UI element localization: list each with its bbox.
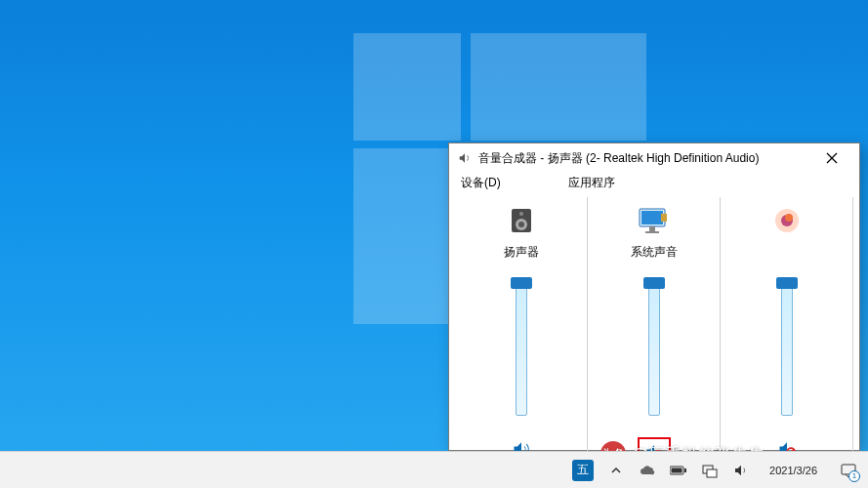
notification-badge: 1 [848,470,860,482]
chevron-up-icon[interactable] [607,462,625,479]
action-center-icon[interactable]: 1 [839,461,858,480]
app-column-system-sounds: 系统声音 [588,197,720,468]
system-sounds-icon[interactable] [637,203,672,238]
device-header: 设备(D) [461,175,562,191]
svg-point-11 [785,214,793,222]
apps-header: 应用程序 [568,175,849,191]
svg-rect-5 [641,211,663,224]
svg-point-3 [519,212,523,216]
svg-rect-7 [645,231,659,233]
svg-point-2 [518,222,524,227]
section-headers: 设备(D) 应用程序 [449,171,859,197]
device-label[interactable]: 扬声器 [504,244,539,260]
volume-slider-system[interactable] [643,279,665,416]
tray-date: 2021/3/26 [769,464,817,477]
svg-rect-6 [649,226,655,231]
app-label[interactable]: 系统声音 [631,244,678,260]
taskbar[interactable]: 五 2021/3/26 1 [0,451,868,488]
window-title: 音量合成器 - 扬声器 (2- Realtek High Definition … [478,150,810,167]
speaker-device-icon[interactable] [504,203,539,238]
volume-slider-device[interactable] [511,279,532,416]
app-icon[interactable] [769,203,805,238]
app-column-browser [721,197,852,468]
onedrive-icon[interactable] [639,462,656,479]
svg-rect-15 [684,468,686,472]
mixer-columns: 扬声器 系统声音 [449,197,859,478]
svg-rect-14 [672,468,682,472]
desktop: 音量合成器 - 扬声器 (2- Realtek High Definition … [0,0,868,451]
speaker-icon [457,150,473,166]
device-column: 扬声器 [455,197,587,468]
ime-indicator[interactable]: 五 [572,460,594,481]
close-button[interactable] [810,147,853,169]
network-icon[interactable] [701,462,719,479]
volume-tray-icon[interactable] [732,462,750,479]
volume-slider-app[interactable] [776,279,798,416]
volume-mixer-window: 音量合成器 - 扬声器 (2- Realtek High Definition … [448,142,860,451]
system-tray: 五 2021/3/26 1 [572,460,868,481]
svg-rect-17 [707,469,717,477]
battery-icon[interactable] [670,462,687,479]
tray-clock[interactable]: 2021/3/26 [769,464,817,477]
titlebar[interactable]: 音量合成器 - 扬声器 (2- Realtek High Definition … [449,143,859,171]
